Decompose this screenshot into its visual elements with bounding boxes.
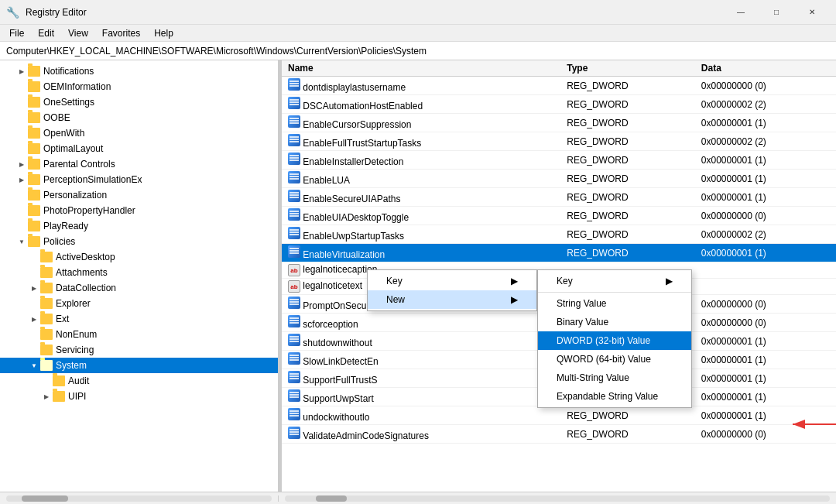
cell-name: EnableUIADesktopToggle <box>282 207 560 225</box>
tree-item-oeminformation[interactable]: OEMInformation <box>0 79 278 94</box>
submenu-item-dword-value[interactable]: DWORD (32-bit) Value <box>538 331 691 350</box>
menu-help[interactable]: Help <box>148 26 180 40</box>
context-menu-item-key[interactable]: Key ▶ <box>368 272 536 290</box>
tree-item-system[interactable]: ▼ System <box>0 358 278 373</box>
tree-item-activedesktop[interactable]: ActiveDesktop <box>0 249 278 265</box>
table-row[interactable]: EnableVirtualizationREG_DWORD0x00000001 … <box>282 244 836 262</box>
submenu-item-string-value[interactable]: String Value <box>538 294 691 313</box>
cell-type: REG_DWORD <box>560 95 695 114</box>
tree-toggle[interactable]: ▶ <box>28 313 40 325</box>
table-row[interactable]: undockwithoutloREG_DWORD0x00000001 (1) <box>282 406 836 425</box>
tree-item-parental-controls[interactable]: ▶ Parental Controls <box>0 156 278 172</box>
cell-data <box>695 279 836 295</box>
tree-item-notifications[interactable]: ▶ Notifications <box>0 63 278 79</box>
folder-icon <box>28 97 40 108</box>
tree-item-perceptionsimulationex[interactable]: ▶ PerceptionSimulationEx <box>0 172 278 187</box>
folder-icon <box>28 81 40 92</box>
tree-item-audit[interactable]: Audit <box>0 373 278 389</box>
tree-label: PhotoPropertyHandler <box>43 205 135 216</box>
tree-item-openwith[interactable]: OpenWith <box>0 125 278 141</box>
reg-dword-icon <box>288 315 300 327</box>
tree-toggle[interactable]: ▶ <box>28 282 40 294</box>
tree-label: OptimalLayout <box>43 143 103 154</box>
context-menu[interactable]: Key ▶ New ▶ <box>367 269 537 311</box>
title-bar-title: Registry Editor <box>26 7 87 18</box>
tree-item-photopropertyhandler[interactable]: PhotoPropertyHandler <box>0 203 278 218</box>
tree-item-optimallayout[interactable]: OptimalLayout <box>0 141 278 156</box>
tree-toggle[interactable]: ▶ <box>15 158 28 170</box>
cell-type: REG_DWORD <box>560 244 695 262</box>
submenu-new[interactable]: Key ▶ String Value Binary Value DWORD (3… <box>537 269 692 408</box>
table-row[interactable]: EnableUwpStartupTasksREG_DWORD0x00000002… <box>282 225 836 244</box>
tree-item-servicing[interactable]: Servicing <box>0 342 278 358</box>
tree-item-ext[interactable]: ▶ Ext <box>0 311 278 327</box>
menu-edit[interactable]: Edit <box>32 26 60 40</box>
menu-bar: File Edit View Favorites Help <box>0 25 836 42</box>
submenu-item-binary-value[interactable]: Binary Value <box>538 313 691 331</box>
right-scroll-track[interactable] <box>285 495 830 502</box>
tree-label: System <box>56 360 87 371</box>
right-scroll-thumb[interactable] <box>316 495 347 502</box>
tree-item-explorer[interactable]: Explorer <box>0 296 278 311</box>
table-row[interactable]: DSCAutomationHostEnabledREG_DWORD0x00000… <box>282 95 836 114</box>
tree-toggle[interactable]: ▶ <box>15 173 28 186</box>
menu-file[interactable]: File <box>3 26 30 40</box>
tree-item-onesettings[interactable]: OneSettings <box>0 94 278 110</box>
tree-toggle[interactable]: ▼ <box>28 359 40 372</box>
folder-icon <box>28 159 40 170</box>
col-type: Type <box>560 60 695 77</box>
table-row[interactable]: EnableCursorSuppressionREG_DWORD0x000000… <box>282 114 836 132</box>
table-row[interactable]: dontdisplaylastusernameREG_DWORD0x000000… <box>282 77 836 95</box>
table-row[interactable]: EnableLUAREG_DWORD0x00000001 (1) <box>282 170 836 188</box>
menu-view[interactable]: View <box>62 26 94 40</box>
tree-item-oobe[interactable]: OOBE <box>0 110 278 125</box>
context-menu-item-new[interactable]: New ▶ <box>368 290 536 309</box>
close-button[interactable]: ✕ <box>794 0 830 25</box>
reg-dword-icon <box>288 352 300 365</box>
tree-label: UIPI <box>68 391 86 402</box>
maximize-button[interactable]: □ <box>759 0 794 25</box>
folder-icon <box>28 66 40 77</box>
table-row[interactable]: EnableUIADesktopToggleREG_DWORD0x0000000… <box>282 207 836 225</box>
col-data: Data <box>695 60 836 77</box>
tree-label: Explorer <box>56 298 91 309</box>
table-row[interactable]: EnableSecureUIAPathsREG_DWORD0x00000001 … <box>282 188 836 207</box>
folder-icon <box>28 174 40 185</box>
cell-name: EnableCursorSuppression <box>282 114 560 132</box>
tree-item-playready[interactable]: PlayReady <box>0 218 278 234</box>
cell-name: EnableFullTrustStartupTasks <box>282 132 560 151</box>
tree-item-nonenum[interactable]: NonEnum <box>0 327 278 342</box>
table-row[interactable]: ValidateAdminCodeSignaturesREG_DWORD0x00… <box>282 425 836 444</box>
tree-toggle-policies[interactable]: ▼ <box>15 235 28 248</box>
minimize-button[interactable]: — <box>723 0 759 25</box>
cell-name: dontdisplaylastusername <box>282 77 560 95</box>
cell-data: 0x00000001 (1) <box>695 369 836 388</box>
tree-item-personalization[interactable]: Personalization <box>0 187 278 203</box>
submenu-item-qword-value[interactable]: QWORD (64-bit) Value <box>538 350 691 369</box>
submenu-item-expandable-string-value[interactable]: Expandable String Value <box>538 387 691 406</box>
submenu-item-key[interactable]: Key ▶ <box>538 272 691 290</box>
tree-toggle[interactable]: ▶ <box>40 390 53 403</box>
values-panel[interactable]: Name Type Data dontdisplaylastusernameRE… <box>282 60 836 492</box>
submenu-item-multi-string-value[interactable]: Multi-String Value <box>538 369 691 387</box>
tree-item-uipi[interactable]: ▶ UIPI <box>0 389 278 404</box>
reg-string-icon: ab <box>288 280 300 293</box>
tree-item-attachments[interactable]: Attachments <box>0 265 278 280</box>
tree-toggle[interactable]: ▶ <box>15 65 28 77</box>
tree-item-policies[interactable]: ▼ Policies <box>0 234 278 249</box>
tree-label: PlayReady <box>43 221 88 231</box>
tree-panel[interactable]: ▶ Notifications OEMInformation OneSettin… <box>0 60 279 492</box>
cell-data: 0x00000002 (2) <box>695 225 836 244</box>
table-row[interactable]: EnableInstallerDetectionREG_DWORD0x00000… <box>282 151 836 170</box>
cell-data: 0x00000001 (1) <box>695 151 836 170</box>
bottom-scrollbar[interactable] <box>0 492 836 504</box>
folder-icon <box>28 205 40 216</box>
table-row[interactable]: EnableFullTrustStartupTasksREG_DWORD0x00… <box>282 132 836 151</box>
left-scroll-thumb[interactable] <box>22 495 68 502</box>
folder-icon <box>28 221 40 231</box>
folder-icon <box>40 314 53 324</box>
menu-favorites[interactable]: Favorites <box>96 26 146 40</box>
tree-item-datacollection[interactable]: ▶ DataCollection <box>0 280 278 296</box>
cell-data: 0x00000001 (1) <box>695 388 836 406</box>
left-scroll-track[interactable] <box>6 495 272 502</box>
